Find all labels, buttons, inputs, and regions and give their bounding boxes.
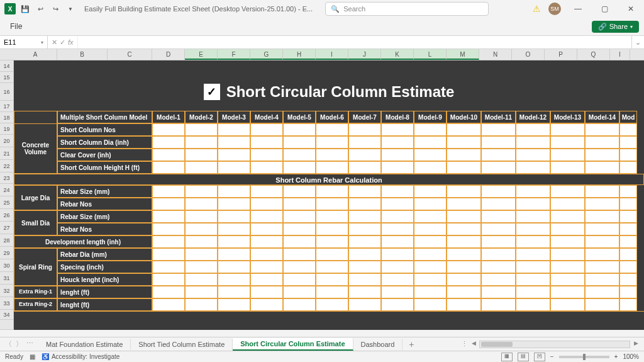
data-cell[interactable]	[152, 261, 185, 273]
data-cell[interactable]	[447, 123, 481, 136]
data-cell[interactable]	[152, 123, 185, 136]
accessibility-status[interactable]: Accessibility: Investigate	[52, 353, 119, 360]
data-cell[interactable]	[218, 210, 250, 223]
data-cell[interactable]	[550, 286, 585, 298]
data-cell[interactable]	[152, 136, 185, 149]
data-cell[interactable]	[619, 235, 637, 248]
data-cell[interactable]	[481, 123, 516, 136]
scroll-thumb[interactable]	[481, 342, 513, 347]
column-header[interactable]: O	[512, 49, 545, 60]
data-cell[interactable]	[516, 123, 550, 136]
tab-dashboard[interactable]: Dashboard	[353, 339, 403, 350]
row-header[interactable]: 30	[0, 259, 14, 272]
data-cell[interactable]	[481, 161, 516, 174]
data-cell[interactable]	[447, 298, 481, 311]
data-cell[interactable]	[619, 185, 637, 198]
undo-icon[interactable]: ↩	[34, 3, 47, 15]
data-cell[interactable]	[348, 198, 381, 210]
data-cell[interactable]	[218, 123, 250, 136]
data-cell[interactable]	[381, 210, 414, 223]
data-cell[interactable]	[316, 136, 348, 149]
data-cell[interactable]	[481, 273, 516, 286]
row-header[interactable]: 33	[0, 297, 14, 310]
data-cell[interactable]	[447, 286, 481, 298]
row-header[interactable]: 28	[0, 234, 14, 247]
fx-icon[interactable]: fx	[68, 38, 74, 46]
data-cell[interactable]	[414, 149, 447, 161]
data-cell[interactable]	[283, 286, 316, 298]
data-cell[interactable]	[218, 185, 250, 198]
row-header[interactable]: 19	[0, 123, 14, 135]
data-cell[interactable]	[381, 136, 414, 149]
data-cell[interactable]	[250, 286, 283, 298]
data-cell[interactable]	[381, 298, 414, 311]
data-cell[interactable]	[316, 149, 348, 161]
avatar[interactable]: SM	[548, 3, 561, 15]
data-cell[interactable]	[185, 161, 218, 174]
row-header[interactable]: 34	[0, 310, 14, 320]
data-cell[interactable]	[381, 123, 414, 136]
data-cell[interactable]	[348, 298, 381, 311]
data-cell[interactable]	[381, 149, 414, 161]
data-cell[interactable]	[516, 161, 550, 174]
row-header[interactable]: 25	[0, 196, 14, 209]
data-cell[interactable]	[516, 210, 550, 223]
data-cell[interactable]	[414, 198, 447, 210]
data-cell[interactable]	[414, 210, 447, 223]
name-box[interactable]: E11 ▾	[0, 36, 48, 48]
data-cell[interactable]	[414, 261, 447, 273]
share-button[interactable]: 🔗 Share ▾	[592, 21, 639, 33]
data-cell[interactable]	[447, 223, 481, 235]
data-cell[interactable]	[481, 286, 516, 298]
data-cell[interactable]	[152, 149, 185, 161]
column-header[interactable]: H	[283, 49, 316, 60]
data-cell[interactable]	[348, 161, 381, 174]
scroll-track[interactable]	[479, 341, 630, 348]
redo-icon[interactable]: ↪	[49, 3, 62, 15]
data-cell[interactable]	[250, 273, 283, 286]
data-cell[interactable]	[481, 185, 516, 198]
close-button[interactable]: ✕	[621, 4, 640, 13]
data-cell[interactable]	[250, 136, 283, 149]
column-header[interactable]: L	[414, 49, 447, 60]
row-header[interactable]: 22	[0, 160, 14, 173]
warning-icon[interactable]: ⚠	[533, 4, 541, 14]
zoom-out-button[interactable]: −	[550, 353, 554, 360]
data-cell[interactable]	[283, 198, 316, 210]
column-header[interactable]: K	[381, 49, 414, 60]
data-cell[interactable]	[447, 273, 481, 286]
data-cell[interactable]	[585, 298, 619, 311]
data-cell[interactable]	[414, 161, 447, 174]
data-cell[interactable]	[218, 286, 250, 298]
data-cell[interactable]	[348, 248, 381, 261]
accessibility-icon[interactable]: ♿	[42, 353, 49, 360]
data-cell[interactable]	[550, 248, 585, 261]
data-cell[interactable]	[152, 185, 185, 198]
data-cell[interactable]	[619, 223, 637, 235]
data-cell[interactable]	[381, 185, 414, 198]
column-header[interactable]: J	[348, 49, 381, 60]
data-cell[interactable]	[516, 273, 550, 286]
data-cell[interactable]	[348, 136, 381, 149]
data-cell[interactable]	[316, 261, 348, 273]
data-cell[interactable]	[481, 210, 516, 223]
data-cell[interactable]	[585, 161, 619, 174]
data-cell[interactable]	[516, 136, 550, 149]
column-header[interactable]: M	[447, 49, 479, 60]
data-cell[interactable]	[585, 198, 619, 210]
data-cell[interactable]	[516, 298, 550, 311]
tab-next-icon[interactable]: 〉	[14, 339, 24, 349]
data-cell[interactable]	[381, 235, 414, 248]
data-cell[interactable]	[283, 161, 316, 174]
data-cell[interactable]	[185, 261, 218, 273]
data-cell[interactable]	[283, 273, 316, 286]
column-header[interactable]: F	[218, 49, 250, 60]
data-cell[interactable]	[316, 185, 348, 198]
tab-first-icon[interactable]: 〈	[4, 339, 13, 349]
data-cell[interactable]	[185, 149, 218, 161]
data-cell[interactable]	[585, 149, 619, 161]
page-break-button[interactable]: 凹	[534, 353, 545, 361]
data-cell[interactable]	[447, 235, 481, 248]
data-cell[interactable]	[381, 161, 414, 174]
search-input[interactable]: 🔍 Search	[325, 2, 489, 16]
